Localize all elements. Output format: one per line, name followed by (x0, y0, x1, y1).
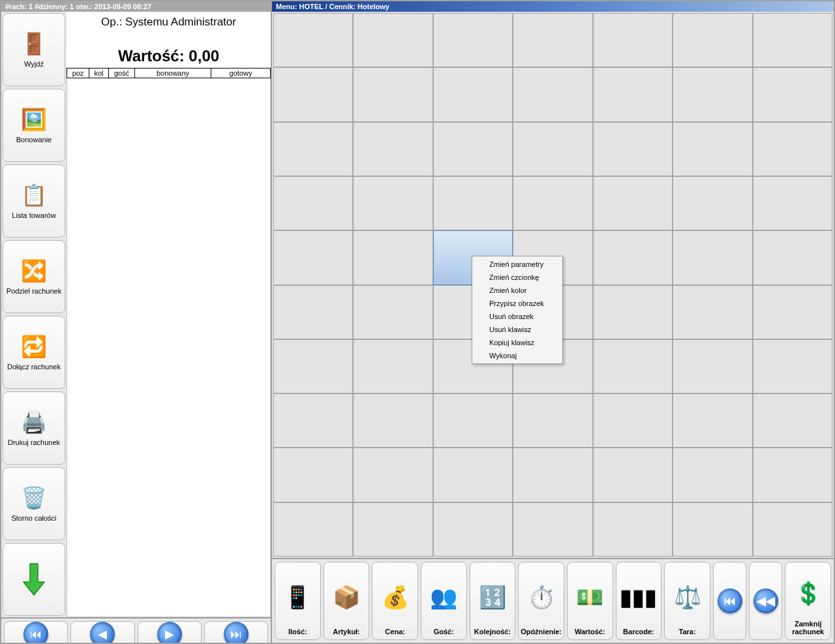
grid-cell[interactable] (673, 502, 752, 557)
context-menu-item[interactable]: Przypisz obrazek (474, 297, 561, 310)
nav-next-button[interactable]: ▶ (138, 621, 202, 644)
grid-cell[interactable] (593, 502, 673, 557)
grid-cell[interactable] (273, 13, 353, 67)
grid-cell[interactable] (273, 230, 353, 284)
context-menu-item[interactable]: Usuń obrazek (474, 310, 561, 323)
grid-cell[interactable] (353, 339, 433, 393)
barcode-button[interactable]: ▮▮▮Barcode: (616, 562, 662, 640)
grid-cell[interactable] (353, 502, 433, 557)
dolacz-rachunek-button[interactable]: 🔁 Dołącz rachunek (3, 316, 65, 389)
lista-towarow-button[interactable]: 📋 Lista towarów (3, 164, 65, 238)
grid-cell[interactable] (513, 13, 592, 67)
grid-cell[interactable] (273, 285, 353, 339)
cena-button[interactable]: 💰Cena: (372, 562, 418, 640)
grid-cell[interactable] (273, 448, 353, 502)
grid-cell[interactable] (753, 13, 832, 67)
grid-cell[interactable] (353, 13, 433, 67)
grid-cell[interactable] (673, 285, 752, 339)
grid-cell[interactable] (753, 339, 832, 393)
grid-cell[interactable] (273, 67, 353, 121)
grid-cell[interactable] (593, 285, 673, 339)
door-icon: 🚪 (21, 31, 47, 56)
context-menu-item[interactable]: Zmień parametry (474, 258, 561, 271)
context-menu-item[interactable]: Kopiuj klawisz (474, 336, 561, 349)
wartosc-button[interactable]: 💵Wartość: (567, 562, 613, 640)
grid-cell[interactable] (273, 176, 353, 230)
grid-cell[interactable] (753, 122, 832, 176)
context-menu-item[interactable]: Zmień kolor (474, 284, 561, 297)
arrow-down-icon (21, 561, 47, 598)
grid-cell[interactable] (353, 230, 433, 284)
drukuj-rachunek-button[interactable]: 🖨️ Drukuj rachunek (3, 391, 65, 465)
grid-cell[interactable] (513, 122, 592, 176)
exit-button[interactable]: 🚪 Wyjdź (3, 13, 65, 86)
ilosc-button[interactable]: 📱Ilość: (275, 562, 321, 640)
receipt-list[interactable] (67, 78, 271, 617)
nav-first-button[interactable]: ⏮ (4, 621, 68, 644)
grid-cell[interactable] (753, 393, 832, 448)
grid-cell[interactable] (673, 13, 752, 67)
opoznienie-button[interactable]: ⏱️Opóźnienie: (518, 562, 564, 640)
grid-cell[interactable] (273, 393, 353, 448)
grid-cell[interactable] (273, 502, 353, 557)
page-prev-button[interactable]: ◀◀ (749, 562, 782, 640)
grid-cell[interactable] (433, 176, 513, 230)
grid-cell[interactable] (753, 285, 832, 339)
kolejnosc-button[interactable]: 🔢Kolejność: (470, 562, 516, 640)
grid-cell[interactable] (753, 448, 832, 502)
grid-cell[interactable] (673, 122, 752, 176)
grid-cell[interactable] (753, 67, 832, 121)
scroll-down-button[interactable] (3, 543, 65, 616)
grid-cell[interactable] (593, 230, 673, 284)
grid-cell[interactable] (673, 230, 752, 284)
grid-cell[interactable] (593, 67, 673, 121)
page-first-button[interactable]: ⏮ (713, 562, 746, 640)
grid-cell[interactable] (353, 448, 433, 502)
grid-cell[interactable] (433, 448, 513, 502)
podziel-rachunek-button[interactable]: 🔀 Podziel rachunek (3, 240, 65, 313)
grid-cell[interactable] (673, 339, 752, 393)
grid-cell[interactable] (673, 393, 752, 448)
nav-prev-button[interactable]: ◀ (70, 621, 134, 644)
grid-cell[interactable] (593, 339, 673, 393)
grid-cell[interactable] (753, 176, 832, 230)
grid-cell[interactable] (433, 13, 513, 67)
grid-cell[interactable] (593, 176, 673, 230)
tara-button[interactable]: ⚖️Tara: (664, 562, 710, 640)
grid-cell[interactable] (673, 448, 752, 502)
grid-cell[interactable] (593, 393, 673, 448)
grid-cell[interactable] (273, 339, 353, 393)
grid-cell[interactable] (673, 67, 752, 121)
grid-cell[interactable] (513, 393, 592, 448)
gosc-button[interactable]: 👥Gość: (421, 562, 467, 640)
artykul-button[interactable]: 📦Artykuł: (324, 562, 370, 640)
grid-cell[interactable] (433, 393, 513, 448)
grid-cell[interactable] (753, 502, 832, 557)
grid-cell[interactable] (513, 448, 592, 502)
grid-cell[interactable] (433, 67, 513, 121)
col-poz: poz (67, 69, 89, 78)
grid-cell[interactable] (673, 176, 752, 230)
grid-cell[interactable] (433, 122, 513, 176)
zamknij-rachunek-button[interactable]: 💲Zamknij rachunek (785, 562, 831, 640)
context-menu-item[interactable]: Usuń klawisz (474, 323, 561, 336)
grid-cell[interactable] (273, 122, 353, 176)
nav-last-button[interactable]: ⏭ (204, 621, 268, 644)
grid-cell[interactable] (433, 502, 513, 557)
grid-cell[interactable] (593, 448, 673, 502)
grid-cell[interactable] (353, 393, 433, 448)
grid-cell[interactable] (353, 176, 433, 230)
storno-button[interactable]: 🗑️ Storno całości (3, 467, 65, 540)
bonowanie-button[interactable]: 🖼️ Bonowanie (3, 89, 65, 162)
context-menu-item[interactable]: Zmień czcionkę (474, 271, 561, 284)
grid-cell[interactable] (513, 502, 592, 557)
grid-cell[interactable] (593, 13, 673, 67)
grid-cell[interactable] (353, 122, 433, 176)
grid-cell[interactable] (513, 176, 592, 230)
grid-cell[interactable] (353, 285, 433, 339)
grid-cell[interactable] (353, 67, 433, 121)
grid-cell[interactable] (593, 122, 673, 176)
grid-cell[interactable] (753, 230, 832, 284)
context-menu-item[interactable]: Wykonaj (474, 349, 561, 362)
grid-cell[interactable] (513, 67, 592, 121)
